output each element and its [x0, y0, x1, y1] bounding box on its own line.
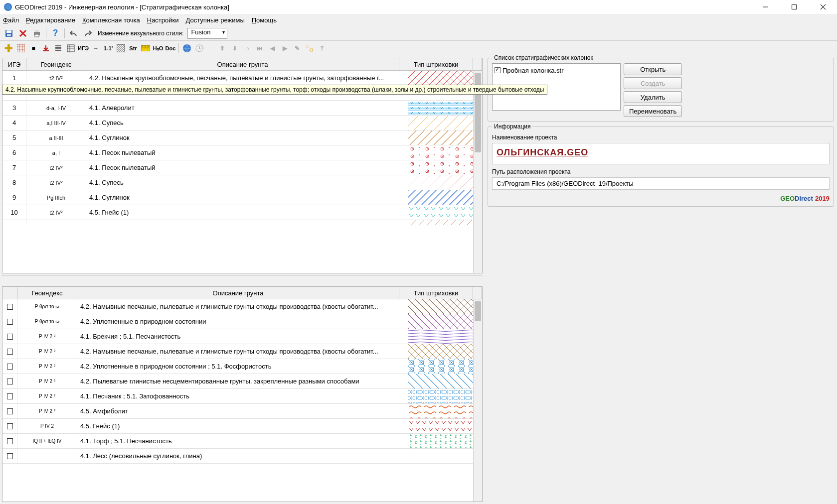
- svg-rect-34: [408, 220, 482, 225]
- ige-icon[interactable]: ИГЭ: [78, 43, 89, 54]
- tooltip: 4.2. Насыпные крупнообломочные, песчаные…: [2, 85, 547, 95]
- soil-grid[interactable]: Геоиндекс Описание грунта Тип штриховки …: [2, 286, 483, 502]
- grid-icon[interactable]: [15, 43, 26, 54]
- table-row[interactable]: 7t2 IV²4.1. Песок пылеватый: [2, 160, 482, 175]
- info-group: Информация Наименование проекта ОЛЬГИНСК…: [488, 126, 834, 207]
- svg-rect-42: [408, 404, 482, 418]
- table-row[interactable]: 1t2 IV²4.2. Насыпные крупнообломочные, п…: [2, 71, 482, 86]
- select-icon[interactable]: [304, 43, 315, 54]
- square-icon[interactable]: ■: [28, 43, 39, 54]
- svg-rect-28: [408, 130, 482, 145]
- scale-icon[interactable]: 1-1': [103, 43, 114, 54]
- ruler-icon[interactable]: [140, 43, 151, 54]
- table-row[interactable]: 4a,I III-IV4.1. Супесь: [2, 116, 482, 130]
- svg-rect-15: [35, 34, 39, 37]
- path-value: C:/Program Files (x86)/GEODirect_19/Прое…: [492, 177, 830, 190]
- help-icon[interactable]: ?: [49, 27, 61, 39]
- down-icon[interactable]: ⬇: [229, 43, 240, 54]
- open-button[interactable]: Открыть: [624, 63, 682, 75]
- menu-help[interactable]: Помощь: [252, 16, 277, 24]
- header-ige[interactable]: ИГЭ: [2, 58, 26, 70]
- checkbox-icon[interactable]: [495, 67, 501, 73]
- svg-rect-41: [408, 389, 482, 403]
- info-title: Информация: [492, 123, 532, 130]
- home-icon[interactable]: ⌂: [242, 43, 253, 54]
- table-row[interactable]: fQ II + lbQ IV4.1. Торф ; 5.1. Песчанист…: [2, 434, 482, 449]
- header-geo2[interactable]: Геоиндекс: [17, 287, 77, 299]
- table-row[interactable]: P IV 2 ²4.2. Пылеватые глинистые несцеме…: [2, 374, 482, 389]
- menu-edit[interactable]: Редактирование: [26, 16, 75, 24]
- menu-complex[interactable]: Комплексная точка: [82, 16, 140, 24]
- create-button[interactable]: Создать: [624, 77, 682, 89]
- hatch-icon[interactable]: [115, 43, 126, 54]
- table-row[interactable]: P IV 2 ²4.1. Брекчия ; 5.1. Песчанистост…: [2, 329, 482, 344]
- table-row[interactable]: 4.1. Суглинок: [2, 220, 482, 225]
- style-select[interactable]: Fusion: [187, 28, 227, 39]
- logo: GEODirect 2019: [492, 194, 830, 202]
- h2o-icon[interactable]: H₂O: [153, 43, 164, 54]
- add-icon[interactable]: ✚: [3, 43, 14, 54]
- table-row[interactable]: P IV 2 ²4.2. Уплотненные в природном сос…: [2, 359, 482, 374]
- edit-icon[interactable]: ✎: [292, 43, 303, 54]
- globe-icon[interactable]: [181, 43, 192, 54]
- menu-file[interactable]: Файл: [3, 16, 19, 24]
- up-icon[interactable]: ⬆: [217, 43, 228, 54]
- header-geo[interactable]: Геоиндекс: [26, 58, 86, 70]
- save-icon[interactable]: [3, 27, 15, 39]
- svg-rect-32: [408, 190, 482, 205]
- undo-icon[interactable]: [68, 27, 80, 39]
- table-row[interactable]: 8t2 IV²4.1. Супесь: [2, 175, 482, 190]
- table-row[interactable]: 3d-a, I-IV4.1. Алевролит: [2, 101, 482, 116]
- rename-button[interactable]: Переименовать: [624, 105, 682, 117]
- svg-rect-16: [17, 44, 25, 52]
- delete-button[interactable]: Удалить: [624, 91, 682, 103]
- print-icon[interactable]: [31, 27, 43, 39]
- list-icon[interactable]: [53, 43, 64, 54]
- svg-rect-24: [408, 71, 482, 85]
- table-row[interactable]: P IV 24.5. Гнейс (1): [2, 419, 482, 434]
- str-icon[interactable]: Str: [128, 43, 139, 54]
- svg-rect-36: [408, 314, 482, 329]
- table-row[interactable]: 9Pg IIIch4.1. Суглинок: [2, 190, 482, 205]
- table-row[interactable]: 6a, I4.1. Песок пылеватый: [2, 145, 482, 160]
- scrollbar-h[interactable]: [2, 275, 483, 284]
- delete-icon[interactable]: [17, 27, 29, 39]
- header-checkbox[interactable]: [2, 287, 17, 299]
- table-icon[interactable]: [65, 43, 76, 54]
- header-desc[interactable]: Описание грунта: [86, 58, 399, 70]
- doc-icon[interactable]: Doc: [165, 43, 176, 54]
- table-row[interactable]: 10t2 IV²4.5. Гнейс (1): [2, 205, 482, 220]
- table-row[interactable]: P IV 2 ²4.5. Амфиболит: [2, 404, 482, 419]
- header-hatch[interactable]: Тип штриховки: [399, 58, 473, 70]
- scrollbar[interactable]: [473, 299, 482, 502]
- header-desc2[interactable]: Описание грунта: [77, 287, 399, 299]
- table-row[interactable]: P θρσ το ϖ4.2. Намывные песчаные, пылева…: [2, 299, 482, 314]
- svg-rect-17: [67, 45, 74, 52]
- minimize-button[interactable]: [755, 0, 775, 14]
- maximize-button[interactable]: [784, 0, 804, 14]
- download-icon[interactable]: [40, 43, 51, 54]
- scrollbar[interactable]: [473, 71, 482, 273]
- table-row[interactable]: 4.1. Лесс (лесовильные суглинок, глина): [2, 449, 482, 464]
- upload-icon[interactable]: ⤒: [317, 43, 328, 54]
- table-row[interactable]: P IV 2 ²4.2. Намывные песчаные, пылеваты…: [2, 344, 482, 359]
- table-row[interactable]: P IV 2 ²4.1. Песчаник ; 5.1. Затофованно…: [2, 389, 482, 404]
- menu-modes[interactable]: Доступные режимы: [186, 16, 245, 24]
- list-item[interactable]: Пробная колонка.str: [495, 66, 618, 75]
- svg-rect-40: [408, 374, 482, 388]
- back-icon[interactable]: ◀: [267, 43, 278, 54]
- table-row[interactable]: P θρσ το ϖ4.2. Уплотненные в природном с…: [2, 314, 482, 329]
- svg-rect-9: [792, 5, 797, 9]
- header-hatch2[interactable]: Тип штриховки: [399, 287, 473, 299]
- close-button[interactable]: [813, 0, 833, 14]
- play-icon[interactable]: ▶: [279, 43, 290, 54]
- menu-settings[interactable]: Настройки: [147, 16, 179, 24]
- redo-icon[interactable]: [82, 27, 94, 39]
- arrow-right-icon[interactable]: →: [90, 43, 101, 54]
- svg-rect-35: [408, 299, 482, 314]
- clock-icon[interactable]: [194, 43, 205, 54]
- svg-rect-12: [7, 34, 11, 36]
- project-label: Наименование проекта: [492, 134, 830, 141]
- prev-icon[interactable]: ⏮: [254, 43, 265, 54]
- table-row[interactable]: 5a II-III4.1. Суглинок: [2, 130, 482, 145]
